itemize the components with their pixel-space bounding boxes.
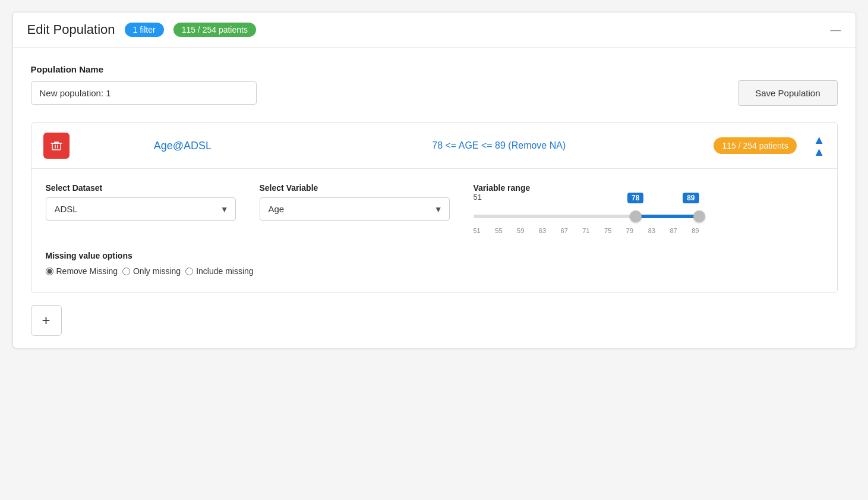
variable-label: Select Variable xyxy=(260,183,450,193)
filter-card: Age@ADSL 78 <= AGE <= 89 (Remove NA) 115… xyxy=(31,122,838,293)
tick-79: 79 xyxy=(626,227,633,234)
tick-59: 59 xyxy=(517,227,524,234)
panel-body: Population Name Save Population Age@ADSL… xyxy=(13,48,856,348)
dataset-select[interactable]: ADSL ADAE ADLB xyxy=(46,197,236,221)
slider-thumb-left[interactable] xyxy=(630,210,642,222)
edit-population-panel: Edit Population 1 filter 115 / 254 patie… xyxy=(12,12,856,348)
filter-patients-badge: 115 / 254 patients xyxy=(714,137,796,154)
chevron-up-icon: ▲ xyxy=(813,134,825,146)
tick-75: 75 xyxy=(604,227,611,234)
add-filter-button[interactable]: + xyxy=(31,305,62,336)
dataset-group: Select Dataset ADSL ADAE ADLB ▼ xyxy=(46,183,236,221)
tick-71: 71 xyxy=(582,227,589,234)
tick-83: 83 xyxy=(648,227,655,234)
radio-remove-missing[interactable]: Remove Missing xyxy=(46,266,118,276)
range-low-badge: 78 xyxy=(627,193,643,203)
panel-header: Edit Population 1 filter 115 / 254 patie… xyxy=(13,12,856,48)
svg-rect-0 xyxy=(52,143,61,150)
missing-radio-group: Remove Missing Only missing Include miss… xyxy=(46,266,823,276)
filter-name: Age@ADSL xyxy=(81,140,285,152)
population-name-label: Population Name xyxy=(31,64,838,74)
delete-filter-button[interactable] xyxy=(43,133,70,159)
radio-only-missing-input[interactable] xyxy=(122,268,130,275)
filter-badge: 1 filter xyxy=(125,23,164,37)
filter-body: Select Dataset ADSL ADAE ADLB ▼ Sele xyxy=(31,169,837,293)
dataset-label: Select Dataset xyxy=(46,183,236,193)
radio-include-missing-label: Include missing xyxy=(196,266,254,276)
range-min-label: 51 xyxy=(474,193,482,202)
range-top-labels: 51 78 89 xyxy=(474,193,699,207)
population-name-input[interactable] xyxy=(31,81,257,105)
radio-only-missing-label: Only missing xyxy=(133,266,181,276)
range-container: 51 78 89 xyxy=(474,193,699,234)
save-population-button[interactable]: Save Population xyxy=(738,80,837,106)
radio-include-missing-input[interactable] xyxy=(185,268,193,275)
slider-track-wrapper[interactable] xyxy=(474,208,699,225)
tick-89: 89 xyxy=(692,227,699,234)
range-high-badge: 89 xyxy=(683,193,699,203)
radio-remove-missing-input[interactable] xyxy=(46,268,53,275)
dataset-select-wrapper: ADSL ADAE ADLB ▼ xyxy=(46,197,236,221)
missing-label: Missing value options xyxy=(46,251,823,260)
variable-select[interactable]: Age Sex Race BMI xyxy=(260,197,450,221)
variable-group: Select Variable Age Sex Race BMI ▼ xyxy=(260,183,450,221)
range-label: Variable range xyxy=(474,183,711,193)
range-group: Variable range 51 78 89 xyxy=(474,183,711,234)
tick-87: 87 xyxy=(670,227,677,234)
panel-title: Edit Population xyxy=(27,22,115,37)
radio-remove-missing-label: Remove Missing xyxy=(56,266,118,276)
tick-51: 51 xyxy=(474,227,481,234)
name-row: Save Population xyxy=(31,80,838,106)
filter-condition: 78 <= AGE <= 89 (Remove NA) xyxy=(296,140,702,151)
filter-header: Age@ADSL 78 <= AGE <= 89 (Remove NA) 115… xyxy=(31,123,837,169)
radio-only-missing[interactable]: Only missing xyxy=(122,266,181,276)
missing-section: Missing value options Remove Missing Onl… xyxy=(46,251,823,276)
slider-thumb-right[interactable] xyxy=(693,210,705,222)
collapse-filter-button[interactable]: ▲ ▲ xyxy=(813,134,825,158)
trash-icon xyxy=(50,140,62,152)
radio-include-missing[interactable]: Include missing xyxy=(185,266,254,276)
patients-badge: 115 / 254 patients xyxy=(173,23,256,37)
slider-track-fill xyxy=(636,215,699,218)
tick-67: 67 xyxy=(561,227,568,234)
tick-63: 63 xyxy=(539,227,546,234)
close-button[interactable]: — xyxy=(831,24,841,36)
tick-55: 55 xyxy=(495,227,502,234)
variable-select-wrapper: Age Sex Race BMI ▼ xyxy=(260,197,450,221)
slider-ticks: 51 55 59 63 67 71 75 79 83 87 89 xyxy=(474,227,699,234)
filter-controls: Select Dataset ADSL ADAE ADLB ▼ Sele xyxy=(46,183,823,234)
chevron-up-icon-2: ▲ xyxy=(813,146,825,158)
